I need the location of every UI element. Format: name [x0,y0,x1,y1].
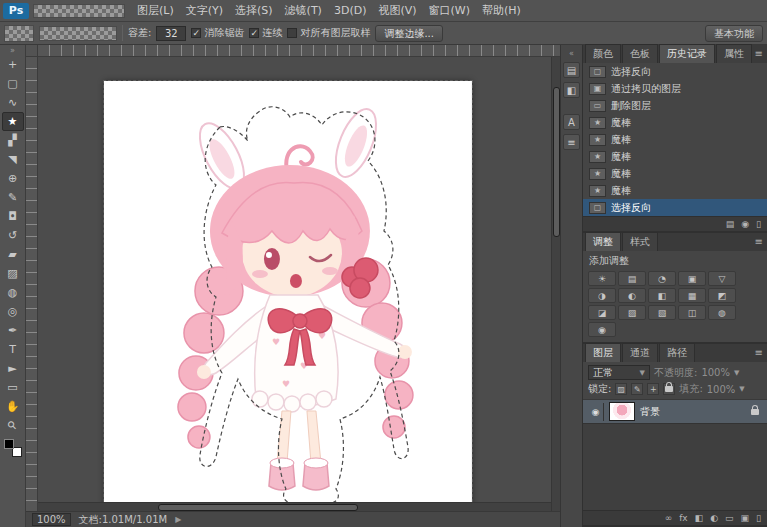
adjustment-color-balance-icon[interactable]: ◐ [618,288,646,303]
tool-rectangular-marquee[interactable]: ▢ [2,74,24,93]
paragraph-panel-icon[interactable]: ≡ [563,134,580,150]
history-step[interactable]: ★魔棒 [583,131,767,148]
tool-brush[interactable]: ✎ [2,188,24,207]
tool-pen[interactable]: ✒ [2,321,24,340]
layer-style-fx-icon[interactable]: fx [679,513,688,523]
document-canvas[interactable]: ♥♥♥♥ [104,81,472,511]
history-step-selected[interactable]: ▢选择反向 [583,199,767,216]
adjustment-channel-mixer-icon[interactable]: ◩ [708,288,736,303]
vertical-scrollbar[interactable] [551,57,560,511]
adjustment-photo-filter-icon[interactable]: ▦ [678,288,706,303]
color-swatches[interactable] [4,439,22,457]
layer-mask-icon[interactable]: ◧ [695,513,704,523]
history-step[interactable]: ▭删除图层 [583,97,767,114]
visibility-eye-icon[interactable]: ◉ [588,403,604,421]
tab-layers[interactable]: 图层 [585,343,621,362]
layer-group-icon[interactable]: ▭ [725,513,734,523]
tab-history[interactable]: 历史记录 [659,44,715,63]
tab-channels[interactable]: 通道 [622,343,658,362]
history-step[interactable]: ▢选择反向 [583,63,767,80]
adjustment-levels-icon[interactable]: ▤ [618,271,646,286]
adjustment-vibrance-icon[interactable]: ▽ [708,271,736,286]
opacity-value[interactable]: 100% [701,367,730,378]
tool-history-brush[interactable]: ↺ [2,226,24,245]
layer-thumbnail[interactable] [609,402,635,421]
history-step[interactable]: ★魔棒 [583,182,767,199]
adjustments-panel-icon[interactable]: ◧ [563,82,580,98]
tool-clone-stamp[interactable]: ◘ [2,207,24,226]
history-step[interactable]: ▣通过拷贝的图层 [583,80,767,97]
swatches-panel-icon[interactable]: ▤ [563,62,580,78]
adjustment-threshold-icon[interactable]: ◫ [678,305,706,320]
adjustment-curves-icon[interactable]: ◔ [648,271,676,286]
tool-gradient[interactable]: ▨ [2,264,24,283]
foreground-color-swatch[interactable] [4,439,14,449]
adjustment-gradient-map-icon[interactable]: ◍ [708,305,736,320]
pasteboard[interactable]: ♥♥♥♥ [38,57,560,511]
tool-crop[interactable]: ▞ [2,131,24,150]
adjustment-posterize-icon[interactable]: ▧ [648,305,676,320]
zoom-level-field[interactable]: 100% [32,513,71,526]
photoshop-logo[interactable]: Ps [3,3,29,19]
tab-paths[interactable]: 路径 [659,343,695,362]
layer-row-background[interactable]: ◉ 背景 [583,400,767,424]
history-step[interactable]: ★魔棒 [583,114,767,131]
sample-all-layers-checkbox[interactable]: 对所有图层取样 [287,26,370,40]
horizontal-scrollbar-thumb[interactable] [158,504,358,511]
status-options-arrow-icon[interactable]: ▶ [175,515,181,524]
adjustment-exposure-icon[interactable]: ▣ [678,271,706,286]
tool-hand[interactable]: ✋ [2,397,24,416]
adjustment-selective-color-icon[interactable]: ◉ [588,322,616,337]
adjustment-color-lookup-icon[interactable]: ◪ [588,305,616,320]
history-step[interactable]: ★魔棒 [583,148,767,165]
menu-help[interactable]: 帮助(H) [476,0,527,22]
tool-rectangle[interactable]: ▭ [2,378,24,397]
menu-layer[interactable]: 图层(L) [131,0,180,22]
panel-menu-icon[interactable]: ≡ [755,347,763,358]
character-panel-icon[interactable]: A [563,114,580,130]
tool-path-selection[interactable]: ► [2,359,24,378]
tab-adjustments[interactable]: 调整 [585,232,621,251]
horizontal-ruler[interactable] [38,45,560,57]
delete-layer-icon[interactable]: ▯ [756,513,761,523]
tool-lasso[interactable]: ∿ [2,93,24,112]
tool-eyedropper[interactable]: ◥ [2,150,24,169]
panel-menu-icon[interactable]: ≡ [755,48,763,59]
delete-state-icon[interactable]: ▯ [756,219,761,229]
lock-image-pixels-icon[interactable]: ✎ [631,383,643,395]
tab-swatches[interactable]: 色板 [622,44,658,63]
adjustment-layer-icon[interactable]: ◐ [710,513,718,523]
tool-blur[interactable]: ◍ [2,283,24,302]
adjustment-brightness-icon[interactable]: ☀ [588,271,616,286]
panel-menu-icon[interactable]: ≡ [755,236,763,247]
menu-type[interactable]: 文字(Y) [180,0,229,22]
tab-properties[interactable]: 属性 [716,44,752,63]
tab-styles[interactable]: 样式 [622,232,658,251]
tool-move[interactable]: + [2,55,24,74]
new-snapshot-icon[interactable]: ◉ [741,219,749,229]
lock-transparent-pixels-icon[interactable]: ▨ [615,383,627,395]
tool-type[interactable]: T [2,340,24,359]
tool-dodge[interactable]: ◎ [2,302,24,321]
new-layer-icon[interactable]: ▣ [741,513,750,523]
adjustment-invert-icon[interactable]: ▨ [618,305,646,320]
tool-zoom[interactable]: ⚲ [2,416,24,435]
fill-value[interactable]: 100% [707,384,736,395]
tolerance-input[interactable]: 32 [156,26,186,41]
lock-all-icon[interactable] [663,383,675,395]
expand-panels-icon[interactable]: « [569,49,574,58]
refine-edge-button[interactable]: 调整边缘... [375,25,443,42]
adjustment-hue-saturation-icon[interactable]: ◑ [588,288,616,303]
vertical-ruler[interactable] [26,57,38,511]
contiguous-checkbox[interactable]: ✓ 连续 [249,26,282,40]
menu-3d[interactable]: 3D(D) [328,0,373,22]
toolbar-collapse-icon[interactable]: » [10,47,15,55]
menu-window[interactable]: 窗口(W) [423,0,476,22]
new-document-from-state-icon[interactable]: ▤ [726,219,735,229]
blend-mode-select[interactable]: 正常 ▼ [588,365,650,380]
tool-magic-wand[interactable]: ★ [2,112,24,131]
horizontal-scrollbar[interactable] [38,502,551,511]
tool-eraser[interactable]: ▰ [2,245,24,264]
adjustment-black-white-icon[interactable]: ◧ [648,288,676,303]
vertical-scrollbar-thumb[interactable] [553,87,560,237]
